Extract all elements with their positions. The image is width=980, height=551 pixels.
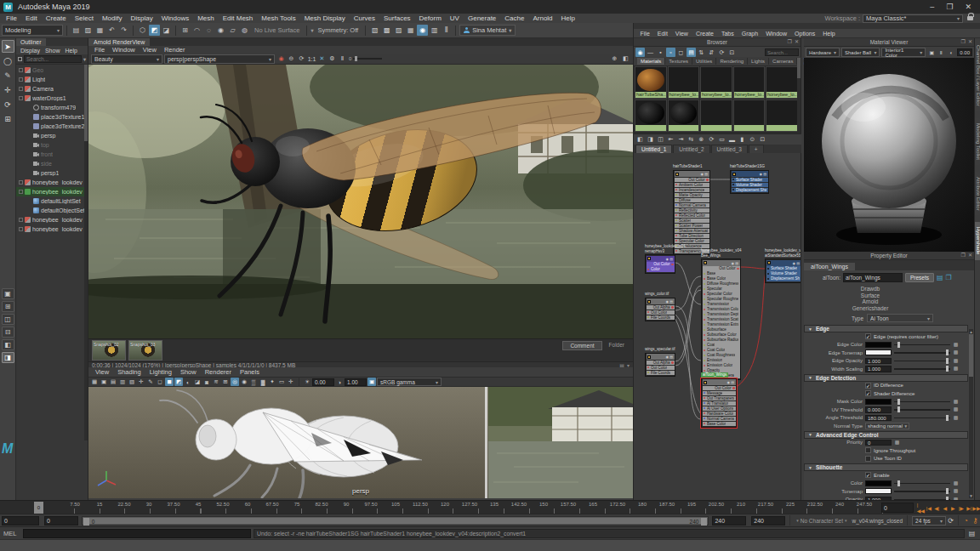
step-back-frame-button[interactable]: ◀| (933, 503, 941, 513)
menu-item[interactable]: Create (42, 14, 71, 22)
menu-item[interactable]: Cache (500, 14, 528, 22)
multisample-icon[interactable]: ⊞ (221, 378, 230, 386)
color-swatch[interactable] (865, 488, 892, 494)
menu-item[interactable]: Generate (464, 14, 500, 22)
checkbox[interactable] (865, 333, 871, 339)
live-surface-field[interactable]: No Live Surface (251, 26, 303, 34)
browser-tab[interactable]: Rendering (716, 58, 748, 65)
graph-tab[interactable]: Untitled_1 (635, 145, 672, 153)
select-object-icon[interactable]: ◩ (149, 25, 160, 36)
node-port[interactable]: Specular Roughness (703, 297, 740, 302)
node-port[interactable]: Diffuse (675, 198, 709, 203)
float-panel-icon[interactable]: ❐ (788, 38, 792, 44)
swatch-off-icon[interactable]: — (646, 48, 655, 57)
value-field[interactable]: 180.000 (865, 415, 892, 422)
step-forward-frame-button[interactable]: |▶ (958, 503, 966, 513)
node-port[interactable]: Tube Direction (675, 234, 709, 239)
simple-view-icon[interactable]: ▭ (717, 135, 726, 145)
slider-handle[interactable] (946, 415, 949, 421)
shadows-icon[interactable]: ◪ (193, 378, 202, 386)
both-connections-icon[interactable]: ⇆ (687, 135, 696, 145)
property-editor-scrollbar[interactable]: ▴▾ (969, 329, 973, 498)
outliner-tab[interactable]: Outliner (16, 38, 46, 46)
layout-outliner-persp-icon[interactable]: ◧ (2, 339, 14, 350)
shader-node[interactable]: hairTubeShader1SG ◉ ▤ Surface Shader (730, 164, 769, 194)
float-panel-icon[interactable]: ❐ (961, 252, 966, 258)
node-port[interactable]: Diffuse Roughness (703, 281, 740, 287)
texture-connect-icon[interactable]: ▩ (953, 358, 959, 364)
close-button[interactable]: ✕ (965, 3, 971, 11)
section-header[interactable]: ▼Silhouette (804, 463, 968, 471)
color-swatch[interactable] (865, 349, 892, 355)
attribute-slider[interactable] (894, 406, 950, 412)
ipr-render-icon[interactable]: ▨ (393, 25, 404, 36)
material-swatch[interactable] (700, 99, 732, 132)
play-backwards-button[interactable]: ◀ (942, 503, 949, 513)
slider-handle[interactable] (897, 406, 900, 412)
color-swatch[interactable] (865, 342, 892, 348)
node-output-port[interactable]: Out Color (647, 262, 675, 267)
gamma-icon[interactable]: ◑ (335, 378, 344, 386)
pause-icon[interactable]: Ⅱ (441, 25, 452, 36)
texture-connect-icon[interactable]: ▩ (953, 399, 959, 405)
node-port[interactable]: Matte Opacity (675, 193, 709, 198)
hypershade-menu-item[interactable]: Options (791, 31, 819, 37)
node-port[interactable]: Surface Shader (766, 266, 801, 271)
texture-connect-icon[interactable]: ▩ (953, 406, 959, 412)
viewport-3d-view[interactable]: persp (88, 387, 633, 498)
current-time-marker[interactable]: 0 (34, 502, 43, 514)
shaded-icon[interactable]: ◼ (165, 378, 174, 386)
close-panel-icon[interactable]: ✕ (968, 38, 972, 44)
sort-type-icon[interactable]: ⇵ (707, 48, 716, 57)
animation-preferences-icon[interactable]: ◔ (961, 516, 971, 525)
exposure-field[interactable]: 0.00 (312, 378, 334, 386)
menu-item[interactable]: Mesh Display (300, 14, 350, 22)
menu-item[interactable]: Arnold (528, 14, 556, 22)
sidebar-vertical-tab[interactable]: Modeling Toolkit (975, 118, 980, 165)
outliner-item[interactable]: side (16, 159, 84, 168)
node-output-port[interactable]: Out Alpha (647, 361, 675, 366)
clear-graph-icon[interactable]: ⊗ (697, 135, 706, 145)
menu-item[interactable]: File (2, 14, 21, 22)
outliner-item[interactable]: persp (16, 131, 84, 140)
layout-two-pane-icon[interactable]: ◫ (2, 314, 14, 325)
node-port[interactable]: Displacement Shader (732, 188, 768, 193)
wireframe-on-shaded-icon[interactable]: ▓ (259, 378, 267, 386)
outliner-search-input[interactable] (24, 55, 82, 63)
texture-connect-icon[interactable]: ▩ (953, 366, 959, 372)
node-port[interactable]: Ai Translator (703, 401, 736, 406)
slider-handle[interactable] (946, 349, 949, 355)
outliner-item[interactable]: waterDrops1 (16, 94, 84, 103)
shader-ball-preview[interactable] (804, 58, 974, 252)
graph-tab[interactable]: Untitled_2 (673, 145, 709, 153)
chevron-down-icon[interactable]: ▾ (83, 56, 86, 62)
range-start-handle[interactable] (83, 518, 89, 525)
step-forward-key-button[interactable]: ▶| (966, 503, 973, 513)
rotate-tool-icon[interactable]: ⟳ (2, 98, 14, 111)
copy-tab-icon[interactable]: ❐ (946, 274, 952, 281)
swatch-small-icon[interactable]: ▪ (656, 48, 665, 57)
outliner-item[interactable]: Light (16, 75, 84, 84)
menu-item[interactable]: Select (71, 14, 98, 22)
pin-selected-icon[interactable]: ⊙ (748, 135, 757, 145)
outliner-item[interactable]: honeybee_lookdev_v04... (16, 224, 84, 234)
viewport-menu-item[interactable]: Panels (236, 368, 263, 376)
texture-connect-icon[interactable]: ▩ (894, 440, 900, 446)
outliner-vertical-scrollbar[interactable] (84, 65, 88, 440)
renderview-menu-item[interactable]: View (140, 46, 159, 54)
arnold-renderview-icon[interactable]: ◉ (417, 25, 428, 36)
wireframe-icon[interactable]: ◻ (156, 378, 164, 386)
outliner-item[interactable]: place3dTexture1 (16, 112, 84, 122)
fps-dropdown[interactable]: 24 fps▾ (912, 516, 946, 525)
undo-icon[interactable]: ↶ (106, 25, 117, 36)
dof-icon[interactable]: ◎ (231, 378, 239, 386)
menu-item[interactable]: Curves (350, 14, 379, 22)
select-component-icon[interactable]: ◪ (161, 25, 172, 36)
list-view-icon[interactable]: ▤ (687, 48, 696, 57)
node-port[interactable]: Base (703, 271, 740, 276)
node-header[interactable]: ◉ ▤ (732, 171, 768, 177)
lock-camera-icon[interactable]: ▣ (100, 378, 108, 386)
attribute-slider[interactable] (894, 358, 950, 364)
slider-handle[interactable] (897, 480, 900, 486)
render-current-frame-icon[interactable]: ▩ (381, 25, 392, 36)
